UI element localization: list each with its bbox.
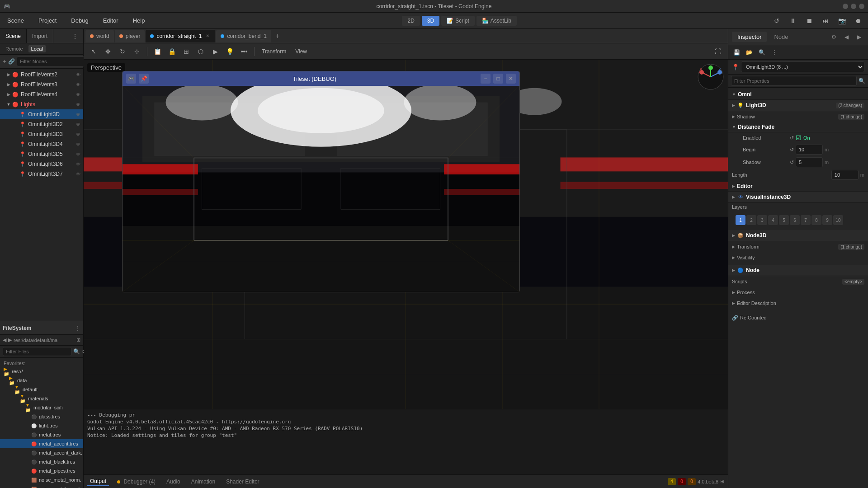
debug-icon-btn[interactable]: 🎮 <box>126 74 136 84</box>
filter-properties-input[interactable] <box>731 76 857 86</box>
tab-corridor-straight[interactable]: corridor_straight_1 ✕ <box>146 30 215 42</box>
checkbox-icon[interactable]: ☑ <box>796 134 802 141</box>
play-button[interactable]: ↺ <box>770 14 783 27</box>
fs-materials[interactable]: ▼ 📁 materials <box>0 394 83 403</box>
close-button[interactable] <box>859 4 864 9</box>
layer-6[interactable]: 6 <box>790 215 800 225</box>
reset-icon[interactable]: ↺ <box>790 135 794 141</box>
begin-input[interactable] <box>796 145 823 155</box>
path-layout-icon[interactable]: ⊞ <box>76 337 80 343</box>
visibility-icon[interactable]: 👁 <box>74 140 82 148</box>
local-button[interactable]: Local <box>28 45 46 52</box>
tab-audio[interactable]: Audio <box>164 478 183 486</box>
visibility-icon[interactable]: 👁 <box>74 120 82 128</box>
expand-viewport[interactable]: ⛶ <box>712 45 724 58</box>
shadow-input[interactable] <box>796 157 823 167</box>
tab-corridor-bend[interactable]: corridor_bend_1 <box>216 30 271 42</box>
camera-button[interactable]: 📷 <box>835 14 848 27</box>
fs-filter-input[interactable] <box>3 347 71 356</box>
view-label[interactable]: View <box>292 48 311 55</box>
mode-2d-button[interactable]: 2D <box>402 16 420 26</box>
layer-3[interactable]: 3 <box>757 215 767 225</box>
inspector-history-back[interactable]: ◀ <box>841 32 852 42</box>
step-button[interactable]: ⏭ <box>819 14 832 27</box>
layer-10[interactable]: 10 <box>833 215 843 225</box>
visibility-icon[interactable]: 👁 <box>74 70 82 79</box>
add-node-icon[interactable]: + <box>3 58 6 65</box>
fs-more-icon[interactable]: ⋮ <box>75 325 80 331</box>
visibility-icon[interactable]: 👁 <box>74 160 82 168</box>
group-tool[interactable]: ⊞ <box>180 45 193 58</box>
tree-item-omni7[interactable]: 📍 OmniLight3D7 👁 <box>0 169 83 179</box>
fs-search-icon[interactable]: 🔍 <box>73 348 80 355</box>
tree-item-omni4[interactable]: 📍 OmniLight3D4 👁 <box>0 139 83 149</box>
tileset-debug-window[interactable]: 🎮 📌 Tileset (DEBUG) − □ ✕ <box>122 71 520 292</box>
menu-project[interactable]: Project <box>35 15 60 26</box>
tab-node[interactable]: Node <box>769 32 793 42</box>
fs-metal-accent-tres[interactable]: 🔴 metal_accent.tres <box>0 439 83 448</box>
minimize-button[interactable] <box>843 4 848 9</box>
tab-player[interactable]: player <box>115 30 145 42</box>
path-back[interactable]: ◀ <box>3 337 6 343</box>
layer-1[interactable]: 1 <box>736 215 745 225</box>
select-tool[interactable]: ↖ <box>87 45 100 58</box>
panel-menu-button[interactable]: ⋮ <box>67 29 83 43</box>
visual-instance-header[interactable]: ▶ 👁 VisualInstance3D <box>728 192 868 202</box>
tab-shader-editor[interactable]: Shader Editor <box>223 478 262 486</box>
tab-debugger[interactable]: Debugger (4) <box>114 478 158 486</box>
play-scene-btn[interactable]: ▶ <box>209 45 222 58</box>
maximize-button[interactable] <box>851 4 856 9</box>
tab-output[interactable]: Output <box>87 477 109 486</box>
fs-metal-accent-dark[interactable]: ⚫ metal_accent_dark. <box>0 448 83 457</box>
viewport[interactable]: Perspective <box>84 60 728 409</box>
tab-world[interactable]: world <box>85 30 114 42</box>
inspector-settings-icon[interactable]: ⚙ <box>828 32 839 42</box>
fs-default[interactable]: ▼ 📁 default <box>0 385 83 394</box>
length-input[interactable] <box>831 170 859 180</box>
fs-noise-metal-norm[interactable]: 🟫 noise_metal_norm. <box>0 475 83 484</box>
fs-res[interactable]: ▶ 📁 res:// <box>0 367 83 376</box>
fs-metal-tres[interactable]: ⚫ metal.tres <box>0 430 83 439</box>
debug-pin-btn[interactable]: 📌 <box>139 74 149 84</box>
visibility-icon[interactable]: 👁 <box>74 130 82 138</box>
fs-light-tres[interactable]: ⚪ light.tres <box>0 421 83 430</box>
menu-scene[interactable]: Scene <box>4 15 28 26</box>
mode-script-button[interactable]: 📝 Script <box>441 16 475 26</box>
layer-5[interactable]: 5 <box>779 215 789 225</box>
scale-tool[interactable]: ⊹ <box>131 45 143 58</box>
tree-item-lights[interactable]: ▼ 🔴 Lights 👁 <box>0 99 83 109</box>
omni-header[interactable]: ▼ Omni <box>728 89 868 99</box>
path-forward[interactable]: ▶ <box>8 337 12 343</box>
menu-help[interactable]: Help <box>129 15 149 26</box>
snap-tool[interactable]: 📋 <box>151 45 164 58</box>
filter-search-icon[interactable]: 🔍 <box>859 78 865 84</box>
tree-item-omni2[interactable]: 📍 OmniLight3D2 👁 <box>0 119 83 129</box>
fs-metal-black[interactable]: ⚫ metal_black.tres <box>0 457 83 466</box>
pause-button[interactable]: ⏸ <box>787 14 799 27</box>
tab-scene[interactable]: Scene <box>0 29 27 43</box>
more-tool[interactable]: ••• <box>238 45 250 58</box>
light3d-header[interactable]: ▶ 💡 Light3D (2 changes) <box>728 100 868 111</box>
inspector-search-icon[interactable]: 🔍 <box>756 47 767 58</box>
light-tool[interactable]: 💡 <box>223 45 236 58</box>
layer-8[interactable]: 8 <box>811 215 821 225</box>
local-tool[interactable]: ⬡ <box>194 45 207 58</box>
reset-icon[interactable]: ↺ <box>790 160 794 165</box>
lock-tool[interactable]: 🔒 <box>165 45 178 58</box>
inspector-save-icon[interactable]: 💾 <box>731 47 742 58</box>
tree-item-rooftile3[interactable]: ▶ 🔴 RoofTileVents3 👁 <box>0 80 83 89</box>
layer-9[interactable]: 9 <box>822 215 832 225</box>
layer-2[interactable]: 2 <box>746 215 756 225</box>
node3d-header[interactable]: ▶ 📦 Node3D <box>728 230 868 241</box>
debug-maximize-btn[interactable]: □ <box>493 74 503 84</box>
inspector-more-icon[interactable]: ⋮ <box>769 47 780 58</box>
distance-fade-header[interactable]: ▼ Distance Fade <box>728 122 868 132</box>
scene-filter-input[interactable] <box>17 56 85 66</box>
stop-button[interactable]: ⏹ <box>803 14 816 27</box>
tab-inspector[interactable]: Inspector <box>732 32 767 42</box>
layout-icon[interactable]: ⊞ <box>720 479 724 484</box>
tree-item-omni5[interactable]: 📍 OmniLight3D5 👁 <box>0 149 83 159</box>
rotate-tool[interactable]: ↻ <box>116 45 129 58</box>
visibility-icon[interactable]: 👁 <box>74 90 82 99</box>
visibility-icon[interactable]: 👁 <box>74 80 82 89</box>
